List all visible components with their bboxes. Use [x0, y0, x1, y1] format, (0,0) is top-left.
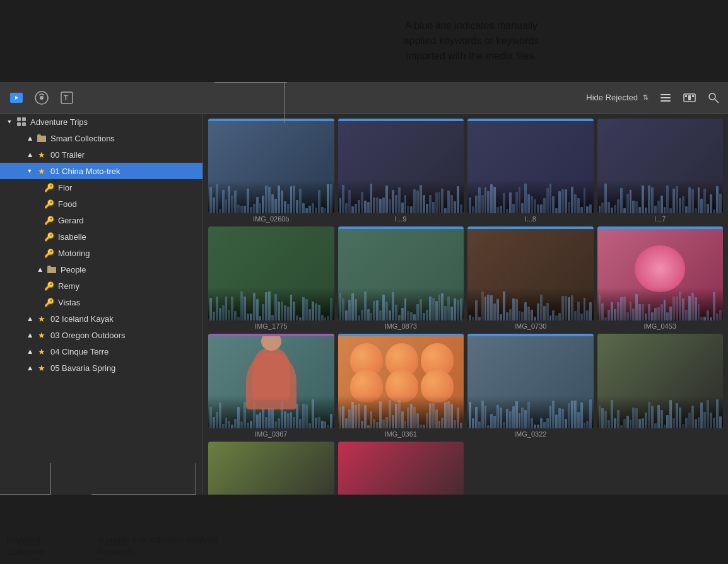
remy-label: Remy — [58, 281, 197, 291]
blue-line-img-8 — [467, 119, 594, 121]
keyword-icon-isabelle: 🔑 — [44, 232, 54, 242]
media-grid-area: IMG_0260bI...9I...8I...7IMG_1775IMG_0873… — [203, 114, 728, 495]
sidebar-item-04-cinque-terre[interactable]: ▶ ★ 04 Cinque Terre — [0, 343, 203, 360]
svg-rect-6 — [660, 97, 671, 98]
sidebar-item-adventure-trips[interactable]: ▼ Adventure Trips — [0, 114, 203, 130]
media-thumb-img-0361 — [338, 334, 464, 428]
svg-rect-15 — [22, 117, 26, 121]
blue-line-img-0873 — [338, 226, 464, 229]
libraries-icon[interactable] — [8, 89, 25, 107]
media-item-img-7[interactable]: I...7 — [597, 119, 724, 223]
svg-line-13 — [715, 99, 719, 103]
sidebar-item-motoring[interactable]: 🔑 Motoring — [0, 245, 203, 261]
media-label-img-9: I...9 — [338, 215, 464, 223]
sidebar-item-05-bavaria-spring[interactable]: ▶ ★ 05 Bavaria Spring — [0, 360, 203, 376]
media-item-img-8[interactable]: I...8 — [467, 119, 594, 223]
sidebar-item-02-iceland-kayak[interactable]: ▶ ★ 02 Iceland Kayak — [0, 310, 203, 327]
media-label-img-0730: IMG_0730 — [467, 322, 594, 330]
00-trailer-label: 00 Trailer — [50, 150, 197, 160]
media-item-img-0367[interactable]: IMG_0367 — [208, 334, 334, 438]
sidebar-item-people[interactable]: ▶ People — [0, 261, 203, 278]
media-item-img-1775[interactable]: IMG_1775 — [208, 226, 334, 331]
sidebar-item-flor[interactable]: 🔑 Flor — [0, 179, 203, 196]
media-item-img-0322[interactable]: IMG_0322 — [467, 334, 594, 438]
blue-line-img-0730 — [467, 226, 594, 229]
media-thumb-img-0730 — [467, 226, 594, 321]
media-label-img-7: I...7 — [597, 215, 724, 223]
purple-line-text: A purple line indicates analysis keyword… — [98, 534, 237, 559]
blue-line-img-0322 — [467, 334, 594, 336]
star-icon-02: ★ — [37, 314, 47, 324]
hide-rejected-button[interactable]: Hide Rejected ⇅ — [586, 93, 649, 102]
svg-rect-9 — [685, 95, 687, 97]
03-label: 03 Oregon Outdoors — [50, 331, 197, 340]
media-item-img-0730[interactable]: IMG_0730 — [467, 226, 594, 331]
sidebar-item-smart-collections[interactable]: ▶ Smart Collections — [0, 130, 203, 146]
keyword-icon-remy: 🔑 — [44, 281, 54, 291]
svg-rect-17 — [22, 122, 26, 126]
annotation-top: A blue line indicates manually applied k… — [214, 0, 728, 82]
svg-rect-5 — [660, 94, 671, 95]
media-item-extra-2[interactable] — [338, 442, 464, 495]
media-label-img-0322: IMG_0322 — [467, 430, 594, 438]
expand-arrow-smart-collections: ▶ — [25, 134, 34, 143]
sidebar-item-gerard[interactable]: 🔑 Gerard — [0, 212, 203, 228]
media-thumb-img-9 — [338, 119, 464, 213]
search-icon[interactable] — [707, 91, 720, 105]
sidebar-item-food[interactable]: 🔑 Food — [0, 196, 203, 212]
annotation-purple-line: A purple line indicates analysis keyword… — [91, 495, 243, 564]
food-label: Food — [58, 199, 197, 209]
motoring-label: Motoring — [58, 249, 197, 258]
expand-arrow-02: ▶ — [25, 314, 34, 323]
keyword-collection-text: Keyword Collection — [6, 534, 85, 559]
media-item-img-0873[interactable]: IMG_0873 — [338, 226, 464, 331]
sidebar: ▼ Adventure Trips ▶ — [0, 114, 203, 495]
sort-arrows-icon: ⇅ — [643, 93, 649, 102]
media-label-img-0453: IMG_0453 — [597, 322, 724, 330]
media-thumb-img-8 — [467, 119, 594, 213]
svg-rect-11 — [692, 95, 694, 97]
media-thumb-img-0367 — [208, 334, 334, 428]
media-label-img-0361: IMG_0361 — [338, 430, 464, 438]
star-icon-00-trailer: ★ — [37, 150, 47, 160]
media-item-extra-0[interactable] — [597, 334, 724, 438]
media-label-img-0260b: IMG_0260b — [208, 215, 334, 223]
adventure-trips-label: Adventure Trips — [30, 117, 197, 127]
sidebar-item-vistas[interactable]: 🔑 Vistas — [0, 294, 203, 310]
toolbar: T Hide Rejected ⇅ — [0, 82, 728, 114]
list-view-icon[interactable] — [659, 91, 672, 105]
titles-icon[interactable]: T — [58, 89, 76, 107]
expand-arrow-05: ▶ — [25, 363, 34, 372]
media-item-img-0453[interactable]: IMG_0453 — [597, 226, 724, 331]
sidebar-item-03-oregon-outdoors[interactable]: ▶ ★ 03 Oregon Outdoors — [0, 327, 203, 343]
media-item-img-0361[interactable]: IMG_0361 — [338, 334, 464, 438]
svg-point-2 — [40, 96, 44, 100]
annotation-top-text: A blue line indicates manually applied k… — [404, 18, 539, 64]
01-china-label: 01 China Moto-trek — [50, 167, 197, 176]
expand-arrow-people: ▶ — [35, 265, 44, 274]
annotation-keyword-collection: Keyword Collection — [0, 495, 91, 564]
vistas-label: Vistas — [58, 298, 197, 307]
keyword-icon-flor: 🔑 — [44, 182, 54, 192]
app-container: T Hide Rejected ⇅ — [0, 82, 728, 495]
media-thumb-extra-2 — [338, 442, 464, 495]
star-icon-01-china: ★ — [37, 166, 47, 176]
callout-line-bottom-left — [50, 463, 51, 495]
media-thumb-extra-1 — [208, 442, 334, 495]
sidebar-item-01-china-moto-trek[interactable]: ▼ ★ 01 China Moto-trek — [0, 163, 203, 179]
blue-line-img-9 — [338, 119, 464, 121]
expand-arrow-00-trailer: ▶ — [25, 150, 34, 159]
music-icon[interactable] — [33, 89, 50, 107]
sidebar-item-isabelle[interactable]: 🔑 Isabelle — [0, 228, 203, 245]
media-item-extra-1[interactable] — [208, 442, 334, 495]
media-thumb-img-0873 — [338, 226, 464, 321]
sidebar-item-00-trailer[interactable]: ▶ ★ 00 Trailer — [0, 146, 203, 163]
media-item-img-0260b[interactable]: IMG_0260b — [208, 119, 334, 223]
sidebar-item-remy[interactable]: 🔑 Remy — [0, 278, 203, 294]
svg-rect-10 — [688, 95, 691, 100]
media-thumb-img-7 — [597, 119, 724, 213]
expand-arrow-01-china: ▼ — [25, 167, 34, 175]
05-label: 05 Bavaria Spring — [50, 363, 197, 373]
filmstrip-icon[interactable] — [683, 91, 696, 105]
media-item-img-9[interactable]: I...9 — [338, 119, 464, 223]
